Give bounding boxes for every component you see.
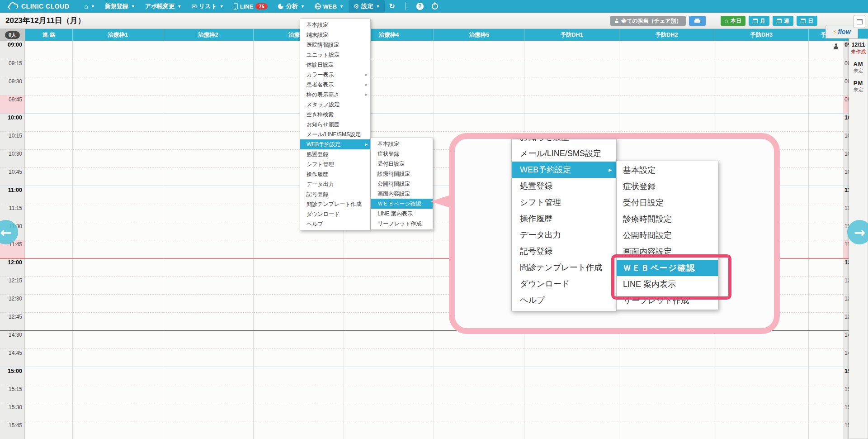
settings-menu-item[interactable]: ユニット設定 bbox=[300, 50, 370, 60]
settings-menu-item[interactable]: 操作履歴 bbox=[300, 169, 370, 179]
calendar-cell[interactable] bbox=[163, 421, 253, 439]
calendar-cell[interactable] bbox=[163, 59, 253, 77]
settings-menu-item[interactable]: 医院情報設定 bbox=[300, 40, 370, 50]
nav-list[interactable]: ✉ リスト ▼ bbox=[186, 0, 229, 13]
calendar-cell[interactable] bbox=[344, 258, 434, 276]
today-button[interactable]: ⌂ 本日 bbox=[721, 16, 745, 26]
calendar-cell[interactable] bbox=[714, 77, 809, 95]
calendar-cell[interactable] bbox=[524, 77, 619, 95]
web-submenu-item[interactable]: 症状登録 bbox=[371, 149, 433, 159]
calendar-cell[interactable] bbox=[254, 240, 344, 258]
web-submenu-item[interactable]: 診療時間設定 bbox=[371, 169, 433, 179]
nav-line[interactable]: LINE 75 bbox=[229, 0, 273, 13]
settings-menu-item[interactable]: 記号登録 bbox=[300, 189, 370, 199]
calendar-cell[interactable] bbox=[714, 59, 809, 77]
calendar-cell[interactable] bbox=[714, 421, 809, 439]
calendar-cell[interactable] bbox=[714, 367, 809, 385]
calendar-cell[interactable] bbox=[73, 113, 163, 131]
calendar-cell[interactable] bbox=[163, 348, 253, 367]
calendar-cell[interactable] bbox=[524, 385, 619, 403]
calendar-cell[interactable] bbox=[25, 167, 72, 186]
calendar-cell[interactable] bbox=[163, 77, 253, 95]
calendar-cell[interactable] bbox=[344, 403, 434, 421]
calendar-cell[interactable] bbox=[809, 330, 843, 348]
calendar-cell[interactable] bbox=[809, 149, 843, 167]
print-button[interactable] bbox=[689, 16, 706, 26]
calendar-cell[interactable] bbox=[25, 222, 72, 240]
calendar-cell[interactable] bbox=[25, 421, 72, 439]
calendar-cell[interactable] bbox=[619, 113, 714, 131]
calendar-cell[interactable] bbox=[163, 330, 253, 348]
web-submenu-item[interactable]: LINE 案内表示 bbox=[371, 209, 433, 219]
day-view-button[interactable]: 日 bbox=[797, 16, 817, 26]
calendar-cell[interactable] bbox=[809, 294, 843, 312]
calendar-cell[interactable] bbox=[524, 95, 619, 113]
calendar-cell[interactable] bbox=[254, 385, 344, 403]
calendar-cell[interactable] bbox=[524, 41, 619, 59]
calendar-cell[interactable] bbox=[25, 204, 72, 222]
calendar-cell[interactable] bbox=[619, 95, 714, 113]
web-submenu-item[interactable]: リーフレット作成 bbox=[371, 219, 433, 229]
calendar-cell[interactable] bbox=[25, 59, 72, 77]
calendar-cell[interactable] bbox=[73, 222, 163, 240]
calendar-cell[interactable] bbox=[619, 59, 714, 77]
scroll-right-button[interactable]: → bbox=[847, 220, 868, 244]
calendar-cell[interactable] bbox=[344, 348, 434, 367]
calendar-cell[interactable] bbox=[73, 276, 163, 294]
calendar-cell[interactable] bbox=[73, 204, 163, 222]
calendar-cell[interactable] bbox=[163, 403, 253, 421]
calendar-cell[interactable] bbox=[73, 258, 163, 276]
calendar-cell[interactable] bbox=[73, 95, 163, 113]
settings-menu-item[interactable]: スタッフ設定 bbox=[300, 100, 370, 110]
calendar-cell[interactable] bbox=[25, 240, 72, 258]
calendar-cell[interactable] bbox=[25, 294, 72, 312]
calendar-cell[interactable] bbox=[73, 77, 163, 95]
settings-menu-item[interactable]: 患者名表示▸ bbox=[300, 80, 370, 90]
calendar-cell[interactable] bbox=[25, 330, 72, 348]
calendar-cell[interactable] bbox=[25, 41, 72, 59]
calendar-cell[interactable] bbox=[163, 113, 253, 131]
calendar-cell[interactable] bbox=[163, 204, 253, 222]
calendar-cell[interactable] bbox=[434, 95, 524, 113]
calendar-cell[interactable] bbox=[524, 421, 619, 439]
calendar-cell[interactable] bbox=[25, 348, 72, 367]
calendar-cell[interactable] bbox=[524, 59, 619, 77]
calendar-cell[interactable] bbox=[619, 403, 714, 421]
settings-menu-item[interactable]: メール/LINE/SMS設定 bbox=[300, 129, 370, 139]
calendar-cell[interactable] bbox=[619, 348, 714, 367]
calendar-cell[interactable] bbox=[434, 385, 524, 403]
calendar-cell[interactable] bbox=[163, 41, 253, 59]
calendar-cell[interactable] bbox=[254, 367, 344, 385]
calendar-cell[interactable] bbox=[714, 385, 809, 403]
nav-appointment-book-change[interactable]: アポ帳変更 ▼ bbox=[140, 0, 187, 13]
settings-menu-item[interactable]: 休診日設定 bbox=[300, 60, 370, 70]
mini-calendar-button[interactable] bbox=[854, 15, 865, 28]
calendar-cell[interactable] bbox=[344, 367, 434, 385]
web-submenu-item[interactable]: 画面内容設定 bbox=[371, 189, 433, 199]
calendar-cell[interactable] bbox=[809, 222, 843, 240]
nav-home-button[interactable]: ⌂ ▼ bbox=[79, 0, 99, 13]
calendar-cell[interactable] bbox=[73, 294, 163, 312]
web-submenu-item[interactable]: 公開時間設定 bbox=[371, 179, 433, 189]
calendar-cell[interactable] bbox=[163, 258, 253, 276]
calendar-cell[interactable] bbox=[73, 167, 163, 186]
calendar-cell[interactable] bbox=[73, 131, 163, 149]
calendar-cell[interactable] bbox=[809, 77, 843, 95]
settings-menu-item[interactable]: 基本設定 bbox=[300, 20, 370, 30]
calendar-cell[interactable] bbox=[434, 41, 524, 59]
calendar-cell[interactable] bbox=[344, 240, 434, 258]
month-view-button[interactable]: 月 bbox=[749, 16, 769, 26]
calendar-cell[interactable] bbox=[163, 95, 253, 113]
calendar-cell[interactable] bbox=[809, 421, 843, 439]
settings-menu-item[interactable]: 処置登録 bbox=[300, 149, 370, 159]
calendar-cell[interactable] bbox=[619, 41, 714, 59]
calendar-cell[interactable] bbox=[163, 131, 253, 149]
calendar-cell[interactable] bbox=[344, 294, 434, 312]
calendar-cell[interactable] bbox=[344, 330, 434, 348]
calendar-cell[interactable] bbox=[254, 348, 344, 367]
calendar-cell[interactable] bbox=[434, 59, 524, 77]
calendar-cell[interactable] bbox=[25, 403, 72, 421]
web-submenu-item[interactable]: 基本設定 bbox=[371, 139, 433, 149]
calendar-cell[interactable] bbox=[809, 95, 843, 113]
calendar-cell[interactable] bbox=[163, 312, 253, 330]
